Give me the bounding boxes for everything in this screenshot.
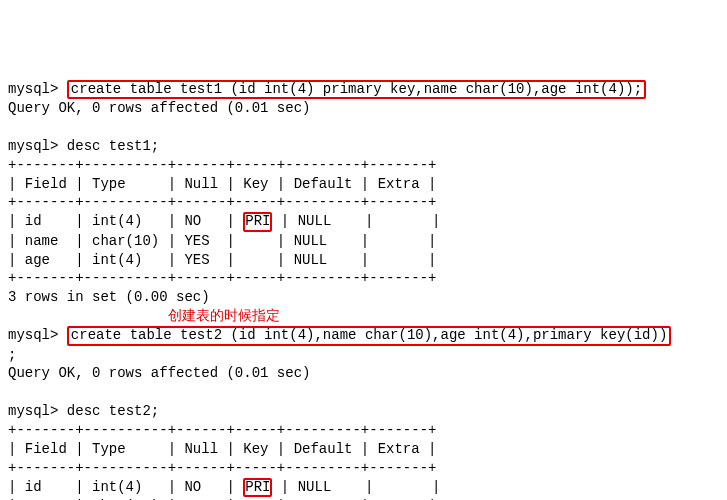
mysql-prompt: mysql> bbox=[8, 138, 58, 154]
desc-test1-command: desc test1; bbox=[58, 138, 159, 154]
rows-in-set: 3 rows in set (0.00 sec) bbox=[8, 289, 210, 305]
table-border: +-------+----------+------+-----+-------… bbox=[8, 422, 436, 438]
trailing-semicolon: ; bbox=[8, 347, 16, 363]
desc-test2-command: desc test2; bbox=[58, 403, 159, 419]
table-row-id-pre: | id | int(4) | NO | bbox=[8, 213, 243, 229]
annotation-text: 创建表的时候指定 bbox=[168, 307, 280, 326]
table-border: +-------+----------+------+-----+-------… bbox=[8, 194, 436, 210]
create-table-2-command: create table test2 (id int(4),name char(… bbox=[67, 326, 672, 345]
terminal-output: mysql> create table test1 (id int(4) pri… bbox=[8, 80, 719, 500]
query-ok-1: Query OK, 0 rows affected (0.01 sec) bbox=[8, 100, 310, 116]
table-header: | Field | Type | Null | Key | Default | … bbox=[8, 176, 436, 192]
table-border: +-------+----------+------+-----+-------… bbox=[8, 460, 436, 476]
mysql-prompt: mysql> bbox=[8, 327, 58, 343]
query-ok-2: Query OK, 0 rows affected (0.01 sec) bbox=[8, 365, 310, 381]
table-row: | name | char(10) | YES | | NULL | | bbox=[8, 233, 436, 249]
pri-key-highlight: PRI bbox=[243, 478, 272, 497]
table-header: | Field | Type | Null | Key | Default | … bbox=[8, 441, 436, 457]
mysql-prompt: mysql> bbox=[8, 81, 58, 97]
mysql-prompt: mysql> bbox=[8, 403, 58, 419]
pri-key-highlight: PRI bbox=[243, 212, 272, 231]
table-row-id-post: | NULL | | bbox=[272, 213, 440, 229]
table-border: +-------+----------+------+-----+-------… bbox=[8, 157, 436, 173]
table-row-id-pre: | id | int(4) | NO | bbox=[8, 479, 243, 495]
create-table-1-command: create table test1 (id int(4) primary ke… bbox=[67, 80, 646, 99]
table-row: | age | int(4) | YES | | NULL | | bbox=[8, 252, 436, 268]
table-row-id-post: | NULL | | bbox=[272, 479, 440, 495]
table-border: +-------+----------+------+-----+-------… bbox=[8, 270, 436, 286]
